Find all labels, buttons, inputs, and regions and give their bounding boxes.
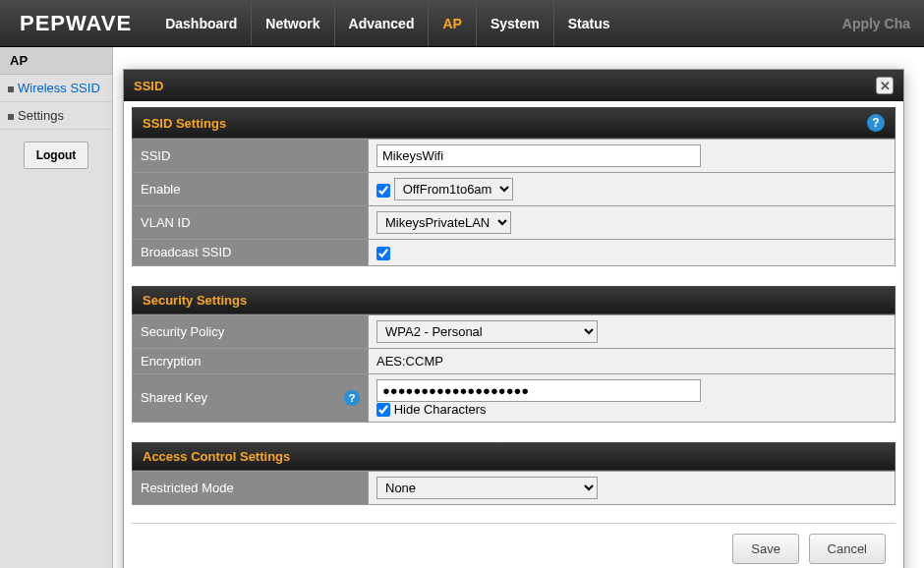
label-enable: Enable: [133, 173, 369, 206]
label-shared-key: Shared Key ?: [133, 373, 369, 423]
nav-tab-ap[interactable]: AP: [428, 2, 475, 45]
section-title: Access Control Settings: [143, 449, 290, 464]
top-nav: PEPWAVE Dashboard Network Advanced AP Sy…: [0, 0, 924, 47]
ssid-input[interactable]: [376, 144, 701, 167]
row-enable: Enable OffFrom1to6am: [133, 173, 895, 206]
label-security-policy: Security Policy: [133, 314, 369, 348]
sidebar-item-label: Wireless SSID: [18, 81, 100, 95]
help-icon[interactable]: ?: [867, 114, 885, 132]
sidebar-item-wireless-ssid[interactable]: Wireless SSID: [0, 75, 112, 102]
row-ssid: SSID: [133, 140, 895, 173]
restricted-mode-select[interactable]: None: [376, 477, 598, 499]
row-vlan-id: VLAN ID MikeysPrivateLAN: [133, 206, 895, 240]
row-security-policy: Security Policy WPA2 - Personal: [133, 314, 895, 348]
apply-changes-button[interactable]: Apply Cha: [838, 16, 914, 31]
nav-tab-network[interactable]: Network: [251, 2, 333, 45]
ssid-modal: SSID ✕ SSID Settings ? SSID Enable OffFr…: [123, 69, 904, 568]
label-encryption: Encryption: [133, 348, 369, 373]
security-settings-table: Security Policy WPA2 - Personal Encrypti…: [132, 314, 895, 424]
broadcast-ssid-checkbox[interactable]: [376, 247, 390, 260]
sidebar-title: AP: [0, 47, 112, 75]
hide-characters-label: Hide Characters: [394, 402, 487, 417]
shared-key-label-text: Shared Key: [141, 390, 207, 405]
modal-footer: Save Cancel: [132, 523, 895, 568]
row-encryption: Encryption AES:CCMP: [133, 348, 895, 373]
label-ssid: SSID: [133, 140, 369, 173]
brand-logo: PEPWAVE: [10, 11, 142, 36]
nav-tab-system[interactable]: System: [476, 2, 553, 45]
save-button[interactable]: Save: [732, 534, 799, 564]
enable-checkbox[interactable]: [376, 184, 390, 198]
enable-schedule-select[interactable]: OffFrom1to6am: [394, 178, 513, 200]
modal-title-bar: SSID ✕: [124, 70, 903, 101]
row-restricted-mode: Restricted Mode None: [133, 472, 895, 505]
encryption-value: AES:CCMP: [369, 348, 895, 373]
vlan-id-select[interactable]: MikeysPrivateLAN: [376, 211, 511, 234]
security-policy-select[interactable]: WPA2 - Personal: [376, 320, 598, 343]
sidebar: AP Wireless SSID Settings Logout: [0, 47, 113, 568]
bullet-icon: [8, 114, 14, 120]
modal-title: SSID: [134, 79, 163, 93]
section-title: SSID Settings: [143, 116, 226, 131]
hide-characters-checkbox[interactable]: [376, 403, 390, 417]
cancel-button[interactable]: Cancel: [809, 534, 886, 564]
row-broadcast-ssid: Broadcast SSID: [133, 240, 895, 266]
section-header-ssid-settings: SSID Settings ?: [132, 107, 895, 139]
ssid-settings-table: SSID Enable OffFrom1to6am VLAN ID Mikeys…: [132, 139, 895, 266]
close-icon[interactable]: ✕: [876, 77, 894, 94]
row-shared-key: Shared Key ? Hide Characters: [133, 373, 895, 423]
nav-tab-advanced[interactable]: Advanced: [334, 2, 429, 45]
sidebar-item-label: Settings: [18, 108, 64, 123]
help-icon[interactable]: ?: [344, 390, 360, 406]
bullet-icon: [8, 86, 14, 92]
label-broadcast-ssid: Broadcast SSID: [133, 240, 369, 266]
nav-tab-status[interactable]: Status: [553, 2, 624, 45]
nav-tab-dashboard[interactable]: Dashboard: [151, 2, 251, 45]
section-title: Security Settings: [143, 293, 247, 308]
section-header-access-control: Access Control Settings: [132, 442, 895, 471]
nav-tabs: Dashboard Network Advanced AP System Sta…: [151, 2, 623, 45]
section-header-security-settings: Security Settings: [132, 286, 895, 314]
access-control-table: Restricted Mode None: [132, 471, 895, 505]
label-restricted-mode: Restricted Mode: [133, 472, 369, 505]
label-vlan-id: VLAN ID: [133, 206, 369, 240]
sidebar-item-settings[interactable]: Settings: [0, 102, 112, 130]
logout-button[interactable]: Logout: [24, 142, 89, 169]
shared-key-input[interactable]: [376, 379, 701, 402]
